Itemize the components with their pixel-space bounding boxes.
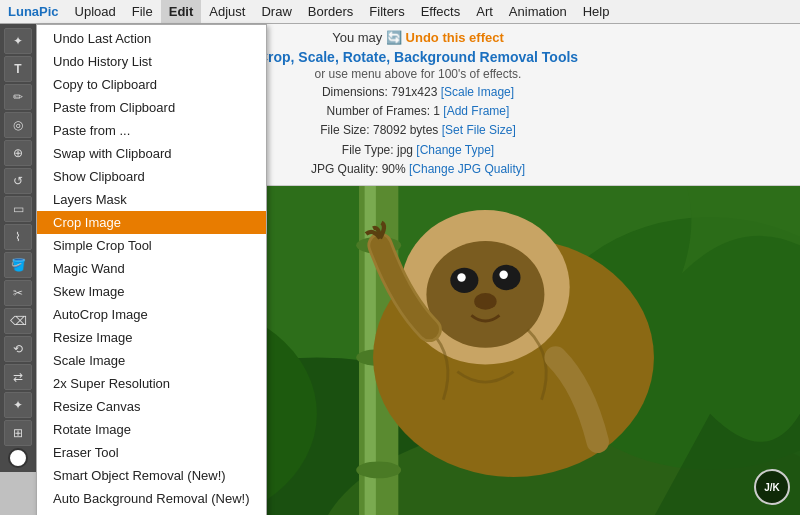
menu-draw[interactable]: Draw xyxy=(253,0,299,23)
filesize-label: File Size: xyxy=(320,123,369,137)
svg-point-14 xyxy=(457,273,465,281)
menu-item-skew[interactable]: Skew Image xyxy=(37,280,266,303)
menu-file[interactable]: File xyxy=(124,0,161,23)
app-logo: LunaPic xyxy=(0,1,67,22)
menu-item-swap[interactable]: Swap with Clipboard xyxy=(37,142,266,165)
menu-item-paste-from[interactable]: Paste from ... xyxy=(37,119,266,142)
tool-crop[interactable]: ✂ xyxy=(4,280,32,306)
menubar: LunaPic Upload File Edit Adjust Draw Bor… xyxy=(0,0,800,24)
menu-art[interactable]: Art xyxy=(468,0,501,23)
menu-item-undo-last[interactable]: Undo Last Action xyxy=(37,27,266,50)
filetype-label: File Type: xyxy=(342,143,394,157)
menu-item-crop-image[interactable]: Crop Image xyxy=(37,211,266,234)
undo-link[interactable]: Undo this effect xyxy=(406,30,504,45)
dim-label: Dimensions: xyxy=(322,85,388,99)
menu-edit[interactable]: Edit xyxy=(161,0,202,23)
scale-link[interactable]: [Scale Image] xyxy=(441,85,514,99)
tool-color[interactable] xyxy=(8,448,28,468)
menu-item-resize-canvas[interactable]: Resize Canvas xyxy=(37,395,266,418)
menu-help[interactable]: Help xyxy=(575,0,618,23)
change-quality-link[interactable]: [Change JPG Quality] xyxy=(409,162,525,176)
tool-fill[interactable]: 🪣 xyxy=(4,252,32,278)
tool-oval[interactable]: ◎ xyxy=(4,112,32,138)
menu-upload[interactable]: Upload xyxy=(67,0,124,23)
tool-rect[interactable]: ▭ xyxy=(4,196,32,222)
tool-undo-btn[interactable]: ↺ xyxy=(4,168,32,194)
tool-text[interactable]: T xyxy=(4,56,32,82)
menu-item-show-clipboard[interactable]: Show Clipboard xyxy=(37,165,266,188)
menu-item-eraser[interactable]: Eraser Tool xyxy=(37,441,266,464)
toolbar: ✦ T ✏ ◎ ⊕ ↺ ▭ ⌇ 🪣 ✂ ⌫ ⟲ ⇄ ✦ ⊞ xyxy=(0,24,36,472)
tool-brush[interactable]: ⌇ xyxy=(4,224,32,250)
change-type-link[interactable]: [Change Type] xyxy=(416,143,494,157)
set-filesize-link[interactable]: [Set File Size] xyxy=(442,123,516,137)
filetype-value: jpg xyxy=(397,143,413,157)
menu-item-auto-bg-removal[interactable]: Auto Background Removal (New!) xyxy=(37,487,266,510)
menu-item-rotate[interactable]: Rotate Image xyxy=(37,418,266,441)
undo-icon: 🔄 xyxy=(386,30,406,45)
menu-adjust[interactable]: Adjust xyxy=(201,0,253,23)
menu-item-resize[interactable]: Resize Image xyxy=(37,326,266,349)
menu-item-scale[interactable]: Scale Image xyxy=(37,349,266,372)
menu-item-simple-crop[interactable]: Simple Crop Tool xyxy=(37,234,266,257)
menu-item-layers-mask[interactable]: Layers Mask xyxy=(37,188,266,211)
tool-rotate[interactable]: ⟲ xyxy=(4,336,32,362)
svg-point-16 xyxy=(499,270,507,278)
tool-layers[interactable]: ⊞ xyxy=(4,420,32,446)
tool-pencil[interactable]: ✏ xyxy=(4,84,32,110)
svg-point-9 xyxy=(356,461,401,478)
menu-borders[interactable]: Borders xyxy=(300,0,362,23)
tool-zoom[interactable]: ⊕ xyxy=(4,140,32,166)
frames-label: Number of Frames: xyxy=(327,104,430,118)
tool-effects-btn[interactable]: ✦ xyxy=(4,392,32,418)
menu-item-autocrop[interactable]: AutoCrop Image xyxy=(37,303,266,326)
menu-item-undo-history[interactable]: Undo History List xyxy=(37,50,266,73)
watermark-badge: J/K xyxy=(754,469,790,505)
tool-erase[interactable]: ⌫ xyxy=(4,308,32,334)
edit-dropdown-menu: Undo Last Action Undo History List Copy … xyxy=(36,24,267,515)
menu-item-copy[interactable]: Copy to Clipboard xyxy=(37,73,266,96)
quality-value: 90% xyxy=(382,162,406,176)
menu-item-magic-wand[interactable]: Magic Wand xyxy=(37,257,266,280)
frames-value: 1 xyxy=(433,104,440,118)
undo-prefix: You may xyxy=(332,30,382,45)
menu-effects[interactable]: Effects xyxy=(413,0,469,23)
add-frame-link[interactable]: [Add Frame] xyxy=(443,104,509,118)
svg-point-17 xyxy=(474,293,496,310)
main-layout: ✦ T ✏ ◎ ⊕ ↺ ▭ ⌇ 🪣 ✂ ⌫ ⟲ ⇄ ✦ ⊞ Undo Last … xyxy=(0,24,800,515)
menu-animation[interactable]: Animation xyxy=(501,0,575,23)
menu-filters[interactable]: Filters xyxy=(361,0,412,23)
filesize-value: 78092 bytes xyxy=(373,123,438,137)
menu-item-paste-clipboard[interactable]: Paste from Clipboard xyxy=(37,96,266,119)
quality-label: JPG Quality: xyxy=(311,162,378,176)
dim-value: 791x423 xyxy=(391,85,437,99)
tool-select[interactable]: ✦ xyxy=(4,28,32,54)
tool-flip[interactable]: ⇄ xyxy=(4,364,32,390)
menu-item-super-res[interactable]: 2x Super Resolution xyxy=(37,372,266,395)
menu-item-smart-object[interactable]: Smart Object Removal (New!) xyxy=(37,464,266,487)
menu-item-auto-blur[interactable]: Auto Blur Background (New!) xyxy=(37,510,266,515)
